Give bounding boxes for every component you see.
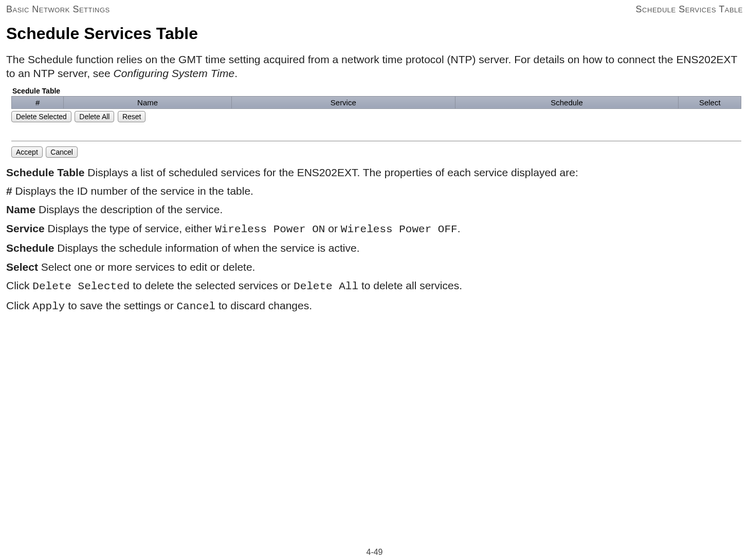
desc-click2: Click Apply to save the settings or Canc…: [6, 298, 743, 314]
column-header-service: Service: [232, 96, 455, 108]
header-left: Basic Network Settings: [6, 4, 110, 15]
text-schedule-table: Displays a list of scheduled services fo…: [85, 166, 578, 178]
text-hash: Displays the ID number of the service in…: [12, 185, 253, 197]
text-service-1: Displays the type of service, either: [45, 222, 215, 234]
text-click1-2: to delete the selected services or: [130, 279, 294, 291]
page-number: 4-49: [0, 548, 749, 557]
embedded-screenshot: Scedule Table # Name Service Schedule Se…: [11, 87, 741, 158]
text-service-2: or: [325, 222, 340, 234]
column-header-select: Select: [679, 96, 741, 108]
separator: [11, 141, 741, 141]
delete-selected-button[interactable]: Delete Selected: [11, 111, 71, 122]
term-schedule: Schedule: [6, 242, 54, 254]
page-header: Basic Network Settings Schedule Services…: [6, 4, 743, 15]
desc-click1: Click Delete Selected to delete the sele…: [6, 278, 743, 294]
code-delete-selected: Delete Selected: [32, 281, 130, 292]
term-schedule-table: Schedule Table: [6, 166, 85, 178]
table-buttons-top: Delete Selected Delete All Reset: [11, 111, 741, 122]
delete-all-button[interactable]: Delete All: [75, 111, 114, 122]
text-click2-3: to discard changes.: [215, 300, 312, 311]
text-name: Displays the description of the service.: [35, 203, 223, 215]
intro-link-text: Configuring System Time: [114, 67, 235, 79]
text-click1-3: to delete all services.: [358, 279, 462, 291]
code-cancel: Cancel: [176, 301, 215, 312]
desc-select: Select Select one or more services to ed…: [6, 259, 743, 275]
text-click1-1: Click: [6, 279, 32, 291]
text-service-3: .: [458, 222, 461, 234]
code-delete-all: Delete All: [294, 281, 358, 292]
code-wireless-on: Wireless Power ON: [215, 223, 325, 235]
text-select: Select one or more services to edit or d…: [38, 261, 255, 273]
schedule-table: # Name Service Schedule Select: [11, 96, 741, 109]
term-name: Name: [6, 203, 35, 215]
term-service: Service: [6, 222, 45, 234]
reset-button[interactable]: Reset: [118, 111, 146, 122]
schedule-table-label: Scedule Table: [12, 87, 741, 95]
term-select: Select: [6, 261, 38, 273]
page-title: Schedule Services Table: [6, 24, 743, 43]
column-header-number: #: [12, 96, 64, 108]
code-wireless-off: Wireless Power OFF: [341, 223, 458, 235]
code-apply: Apply: [32, 301, 65, 312]
text-schedule: Displays the schedule information of whe…: [54, 242, 359, 254]
text-click2-1: Click: [6, 300, 32, 311]
desc-schedule-table: Schedule Table Displays a list of schedu…: [6, 165, 743, 180]
table-header-row: # Name Service Schedule Select: [12, 96, 741, 108]
schedule-table-box: Scedule Table # Name Service Schedule Se…: [11, 87, 741, 158]
column-header-schedule: Schedule: [455, 96, 679, 108]
desc-hash: # Displays the ID number of the service …: [6, 183, 743, 199]
text-click2-2: to save the settings or: [65, 300, 176, 311]
table-buttons-bottom: Accept Cancel: [11, 146, 741, 158]
intro-text-2: .: [234, 67, 238, 79]
accept-button[interactable]: Accept: [11, 146, 43, 158]
desc-name: Name Displays the description of the ser…: [6, 202, 743, 217]
desc-schedule: Schedule Displays the schedule informati…: [6, 240, 743, 256]
header-right: Schedule Services Table: [636, 4, 743, 15]
desc-service: Service Displays the type of service, ei…: [6, 221, 743, 237]
term-hash: #: [6, 185, 12, 197]
cancel-button[interactable]: Cancel: [46, 146, 78, 158]
column-header-name: Name: [64, 96, 232, 108]
intro-paragraph: The Schedule function relies on the GMT …: [6, 52, 743, 81]
